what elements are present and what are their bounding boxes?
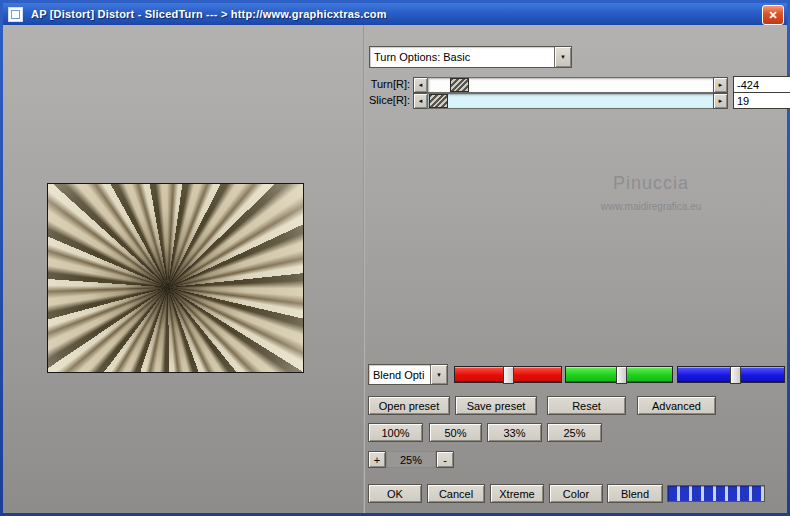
turn-increment-button[interactable]: ► [713, 77, 728, 93]
zoom-in-button[interactable]: + [368, 451, 386, 468]
green-channel-slider[interactable] [565, 366, 673, 383]
red-slider-thumb[interactable] [503, 366, 514, 384]
blend-options-dropdown-button[interactable]: ▼ [430, 365, 447, 384]
watermark-name: Pinuccia [558, 173, 744, 194]
turn-value-field[interactable]: -424 [733, 76, 790, 93]
open-preset-button[interactable]: Open preset [368, 396, 450, 415]
watermark-url: www.maidiregrafica.eu [558, 201, 744, 212]
arrow-left-icon: ◄ [418, 82, 424, 88]
slice-increment-button[interactable]: ► [713, 93, 728, 109]
blend-button[interactable]: Blend [607, 484, 663, 503]
red-channel-slider[interactable] [454, 366, 562, 383]
reset-button[interactable]: Reset [547, 396, 626, 415]
turn-slider-label: Turn[R]: [361, 78, 410, 90]
arrow-right-icon: ► [718, 82, 724, 88]
zoom-level-value: 25% [386, 451, 436, 468]
window-icon [8, 7, 23, 22]
blend-options-dropdown[interactable]: Blend Opti ▼ [368, 364, 448, 385]
zoom-50-button[interactable]: 50% [429, 423, 482, 442]
dialog-body: Turn Options: Basic ▼ Turn[R]: ◄ ► -424 … [3, 25, 787, 513]
blue-slider-thumb[interactable] [730, 366, 741, 384]
blue-channel-slider[interactable] [677, 366, 785, 383]
turn-options-value: Turn Options: Basic [370, 51, 554, 63]
close-button[interactable]: ✕ [762, 5, 784, 25]
window-title: AP [Distort] Distort - SlicedTurn --- > … [31, 8, 387, 20]
save-preset-button[interactable]: Save preset [455, 396, 537, 415]
slice-value-field[interactable]: 19 [733, 92, 790, 109]
ok-button[interactable]: OK [368, 484, 422, 503]
zoom-33-button[interactable]: 33% [487, 423, 542, 442]
zoom-out-button[interactable]: - [436, 451, 454, 468]
turn-options-dropdown-button[interactable]: ▼ [554, 47, 571, 67]
close-icon: ✕ [768, 9, 777, 22]
progress-indicator [667, 485, 765, 502]
turn-slider-thumb[interactable] [450, 78, 469, 92]
turn-decrement-button[interactable]: ◄ [413, 77, 428, 93]
slice-slider-thumb[interactable] [429, 94, 448, 108]
green-slider-thumb[interactable] [616, 366, 627, 384]
preview-image [47, 183, 304, 373]
cancel-button[interactable]: Cancel [427, 484, 485, 503]
zoom-25-button[interactable]: 25% [547, 423, 602, 442]
blend-options-value: Blend Opti [369, 369, 430, 381]
title-bar[interactable]: AP [Distort] Distort - SlicedTurn --- > … [3, 3, 787, 25]
xtreme-button[interactable]: Xtreme [490, 484, 544, 503]
watermark: Pinuccia www.maidiregrafica.eu [558, 173, 744, 212]
slice-decrement-button[interactable]: ◄ [413, 93, 428, 109]
zoom-100-button[interactable]: 100% [368, 423, 423, 442]
arrow-left-icon: ◄ [418, 98, 424, 104]
advanced-button[interactable]: Advanced [637, 396, 716, 415]
turn-slider-track[interactable] [427, 77, 714, 93]
plugin-dialog-window: AP [Distort] Distort - SlicedTurn --- > … [0, 0, 790, 516]
color-button[interactable]: Color [549, 484, 603, 503]
chevron-down-icon: ▼ [560, 54, 566, 60]
turn-options-dropdown[interactable]: Turn Options: Basic ▼ [369, 46, 572, 68]
slice-slider-label: Slice[R]: [361, 94, 410, 106]
arrow-right-icon: ► [718, 98, 724, 104]
slice-slider-track[interactable] [427, 93, 714, 109]
chevron-down-icon: ▼ [436, 372, 442, 378]
